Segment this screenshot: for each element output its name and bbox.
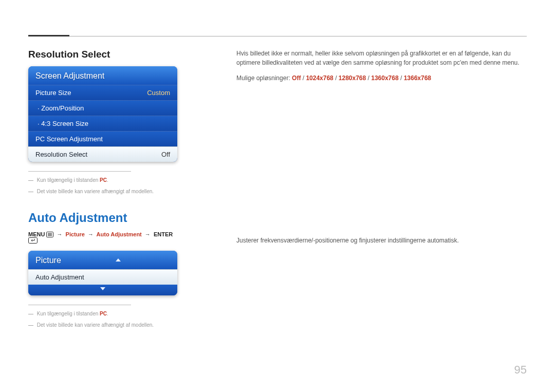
option-separator: / [334,74,339,82]
menu-item-label: Picture Size [35,89,71,97]
option-1280x768: 1280x768 [339,74,366,82]
menu-item-pc-screen-adjustment[interactable]: PC Screen Adjustment [28,131,177,146]
options-label: Mulige opløsninger: [236,74,292,82]
menu-item-picture-size[interactable]: Picture Size Custom [28,85,177,100]
menu-item-label: Auto Adjustment [35,273,84,281]
menu-icon [46,232,53,237]
option-off: Off [292,74,301,82]
footnote-text: Det viste billede kan variere afhængigt … [37,322,154,328]
menu-header-label: Picture [35,256,61,265]
footnote-pc-label: PC [100,311,107,316]
menu-item-label: PC Screen Adjustment [35,135,103,143]
footnote-pc-only: ― Kun tilgængelig i tilstanden PC. [28,310,177,318]
left-column: Resolution Select Screen Adjustment Pict… [28,49,177,333]
option-separator: / [301,74,306,82]
footnote-pc-only: ― Kun tilgængelig i tilstanden PC. [28,177,177,184]
triangle-up-icon[interactable] [116,256,121,265]
footnote-period: . [107,311,108,316]
resolution-options-line: Mulige opløsninger: Off / 1024x768 / 128… [236,73,527,83]
footnote-text: Det viste billede kan variere afhængigt … [37,189,154,194]
menu-header-picture: Picture [28,251,177,269]
option-1366x768: 1366x768 [404,74,431,82]
menu-item-auto-adjustment[interactable]: Auto Adjustment [28,269,177,285]
header-rule-bold [28,35,69,36]
dash-icon: ― [28,322,33,328]
picture-menu: Picture Auto Adjustment [28,251,177,295]
nav-enter-label: ENTER [154,231,173,237]
option-1024x768: 1024x768 [306,74,333,82]
menu-item-label: · 4:3 Screen Size [38,120,88,127]
header-rule [28,36,527,36]
nav-picture-label: Picture [66,231,85,237]
footnote-image-vary: ― Det viste billede kan variere afhængig… [28,188,177,195]
option-separator: / [399,74,404,82]
footnote-text: Kun tilgængelig i tilstanden [37,177,100,183]
auto-adjustment-description: Justerer frekvensværdierne/-positionerne… [236,236,527,245]
nav-menu-label: MENU [28,231,45,237]
page-content: Resolution Select Screen Adjustment Pict… [0,0,555,353]
dash-icon: ― [28,177,33,183]
dash-icon: ― [28,311,33,316]
page-number: 95 [514,363,527,377]
footnote-text: Kun tilgængelig i tilstanden [37,311,100,316]
arrow-right-icon: → [145,231,151,237]
resolution-select-description: Hvis billedet ikke er normalt, heller ik… [236,49,527,67]
menu-item-label: Resolution Select [35,151,87,158]
footnote-period: . [107,177,108,183]
triangle-down-icon [100,287,105,290]
menu-item-43-screen-size[interactable]: · 4:3 Screen Size [28,116,177,131]
enter-icon [28,237,38,244]
nav-auto-adjustment-label: Auto Adjustment [97,231,142,237]
footnote-divider [28,305,131,305]
menu-item-resolution-select[interactable]: Resolution Select Off [28,146,177,162]
screen-adjustment-menu: Screen Adjustment Picture Size Custom · … [28,66,177,162]
menu-header-screen-adjustment: Screen Adjustment [28,66,177,85]
menu-item-label: · Zoom/Position [38,104,84,112]
arrow-right-icon: → [57,231,63,237]
menu-scroll-down[interactable] [28,285,177,295]
resolution-select-heading: Resolution Select [28,49,177,60]
menu-item-zoom-position[interactable]: · Zoom/Position [28,100,177,116]
dash-icon: ― [28,189,33,194]
footnote-pc-label: PC [100,177,107,183]
arrow-right-icon: → [88,231,94,237]
footnote-divider [28,171,131,172]
option-1360x768: 1360x768 [371,74,398,82]
menu-item-value: Custom [147,89,170,97]
auto-adjustment-heading: Auto Adjustment [28,211,177,225]
option-separator: / [366,74,371,82]
footnote-image-vary: ― Det viste billede kan variere afhængig… [28,322,177,329]
menu-item-value: Off [161,151,170,158]
navigation-path: MENU → Picture → Auto Adjustment → ENTER [28,231,177,244]
right-column: Hvis billedet ikke er normalt, heller ik… [236,49,527,333]
